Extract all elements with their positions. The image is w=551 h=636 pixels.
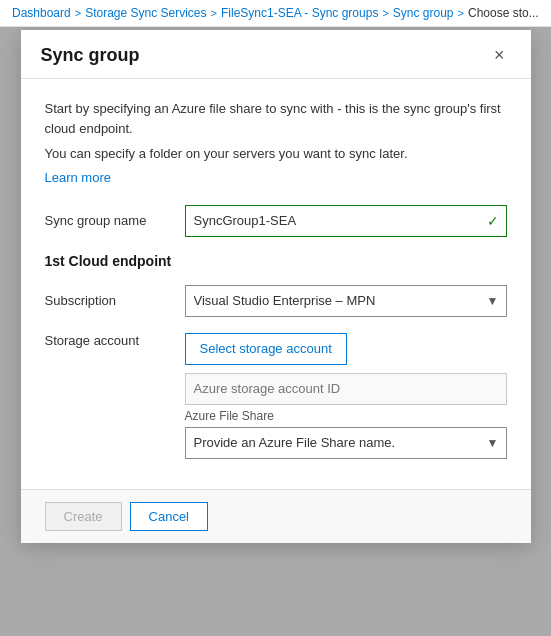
create-button[interactable]: Create [45,502,122,531]
azure-file-share-select[interactable]: Provide an Azure File Share name. [185,427,507,459]
cancel-button[interactable]: Cancel [130,502,208,531]
storage-account-row: Storage account Select storage account A… [45,333,507,459]
azure-file-share-wrap: Provide an Azure File Share name. ▼ [185,427,507,459]
dialog-header: Sync group × [21,30,531,79]
breadcrumb-filesync[interactable]: FileSync1-SEA - Sync groups [221,6,378,20]
learn-more-link[interactable]: Learn more [45,170,111,185]
select-storage-account-button[interactable]: Select storage account [185,333,347,365]
azure-file-share-section: Azure File Share Provide an Azure File S… [185,409,507,459]
breadcrumb-current: Choose sto... [468,6,539,20]
valid-check-icon: ✓ [487,213,499,229]
dialog-body: Start by specifying an Azure file share … [21,79,531,489]
subscription-select[interactable]: Visual Studio Enterprise – MPN [185,285,507,317]
breadcrumb-sep-3: > [382,7,388,19]
breadcrumb-sep-1: > [75,7,81,19]
subscription-wrap: Visual Studio Enterprise – MPN ▼ [185,285,507,317]
sync-group-name-row: Sync group name ✓ [45,205,507,237]
azure-file-share-label: Azure File Share [185,409,507,423]
description-line2: You can specify a folder on your servers… [45,144,507,164]
breadcrumb-sep-2: > [211,7,217,19]
breadcrumb: Dashboard > Storage Sync Services > File… [0,0,551,27]
cloud-endpoint-heading: 1st Cloud endpoint [45,253,507,269]
sync-group-name-wrap: ✓ [185,205,507,237]
sync-group-name-input[interactable] [185,205,507,237]
subscription-row: Subscription Visual Studio Enterprise – … [45,285,507,317]
breadcrumb-sync-group[interactable]: Sync group [393,6,454,20]
breadcrumb-storage-sync[interactable]: Storage Sync Services [85,6,206,20]
storage-account-label: Storage account [45,333,185,348]
modal-overlay: Sync group × Start by specifying an Azur… [0,0,551,636]
breadcrumb-dashboard[interactable]: Dashboard [12,6,71,20]
dialog-title: Sync group [41,45,140,66]
breadcrumb-sep-4: > [458,7,464,19]
storage-id-input[interactable] [185,373,507,405]
storage-account-controls: Select storage account Azure File Share … [185,333,507,459]
subscription-label: Subscription [45,293,185,308]
dialog: Sync group × Start by specifying an Azur… [21,30,531,543]
dialog-footer: Create Cancel [21,489,531,543]
close-button[interactable]: × [488,44,511,66]
sync-group-name-label: Sync group name [45,213,185,228]
description-line1: Start by specifying an Azure file share … [45,99,507,138]
